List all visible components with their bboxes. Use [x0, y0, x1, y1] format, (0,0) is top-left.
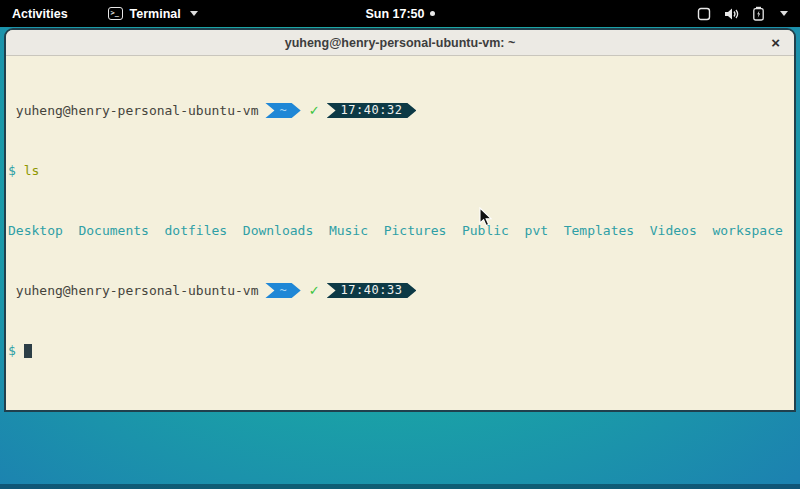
ls-output-line: Desktop Documents dotfiles Downloads Mus… [8, 223, 792, 238]
powerline-cwd-segment: ~ [265, 283, 300, 298]
volume-icon [724, 7, 739, 21]
powerline-time-segment: 17:40:33 [327, 283, 417, 298]
terminal-window: yuheng@henry-personal-ubuntu-vm: ~ × yuh… [4, 28, 796, 412]
close-icon[interactable]: × [771, 35, 780, 50]
prompt-user-host: yuheng@henry-personal-ubuntu-vm [8, 283, 258, 298]
window-titlebar[interactable]: yuheng@henry-personal-ubuntu-vm: ~ × [6, 30, 794, 56]
prompt-line: yuheng@henry-personal-ubuntu-vm ~ ✓ 17:4… [8, 103, 792, 118]
terminal-icon: >_ [108, 7, 123, 20]
input-line: $ [8, 343, 792, 358]
prompt-dollar: $ [8, 343, 24, 358]
clock-label: Sun 17:50 [365, 7, 424, 21]
command-line: $ ls [8, 163, 792, 178]
display-icon [697, 7, 711, 21]
prompt-user-host: yuheng@henry-personal-ubuntu-vm [8, 103, 258, 118]
powerline-time-segment: 17:40:32 [327, 103, 417, 118]
system-tray[interactable] [697, 0, 800, 27]
notification-dot-icon [430, 11, 435, 16]
gnome-top-bar: Activities >_ Terminal Sun 17:50 [0, 0, 800, 27]
chevron-down-icon [780, 11, 788, 16]
app-menu-terminal[interactable]: >_ Terminal [108, 0, 198, 27]
activities-button[interactable]: Activities [0, 0, 80, 27]
app-menu-label: Terminal [130, 7, 181, 21]
checkmark-icon: ✓ [309, 283, 320, 298]
window-title: yuheng@henry-personal-ubuntu-vm: ~ [6, 36, 794, 50]
battery-charging-icon [752, 6, 765, 21]
powerline-cwd-segment: ~ [265, 103, 300, 118]
prompt-line: yuheng@henry-personal-ubuntu-vm ~ ✓ 17:4… [8, 283, 792, 298]
command-text: ls [24, 163, 40, 178]
checkmark-icon: ✓ [309, 103, 320, 118]
terminal-block-cursor [24, 344, 32, 358]
terminal-content[interactable]: yuheng@henry-personal-ubuntu-vm ~ ✓ 17:4… [6, 56, 794, 410]
chevron-down-icon [190, 11, 198, 16]
mouse-cursor-icon [479, 207, 493, 227]
prompt-dollar: $ [8, 163, 24, 178]
